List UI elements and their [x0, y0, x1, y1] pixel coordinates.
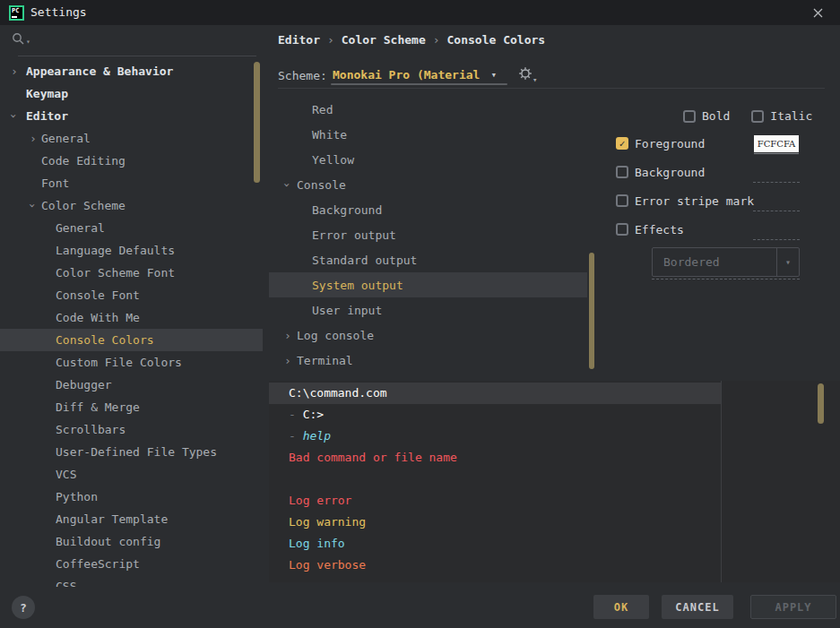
item-label: Error output: [312, 228, 396, 242]
attribute-row-background: Background: [616, 165, 705, 179]
tree-item-buildout-config[interactable]: Buildout config: [0, 530, 263, 553]
right-margin-guide: [721, 381, 722, 582]
console-text-segment: C:\command.com: [289, 386, 387, 400]
tree-item-language-defaults[interactable]: Language Defaults: [0, 239, 263, 262]
item-label: General: [56, 221, 105, 235]
foreground-color-swatch[interactable]: FCFCFA: [754, 135, 799, 152]
console-text-segment: C:>: [303, 408, 324, 421]
breadcrumb-item-color-scheme[interactable]: Color Scheme: [342, 33, 426, 47]
tree-item-general[interactable]: ›General: [0, 127, 263, 150]
chevron-right-icon[interactable]: ›: [30, 132, 41, 145]
apply-button[interactable]: APPLY: [750, 595, 836, 619]
option-item-log-console[interactable]: ›Log console: [269, 323, 587, 348]
item-label: User input: [312, 304, 382, 317]
tree-item-diff-merge[interactable]: Diff & Merge: [0, 396, 263, 418]
tree-item-coffeescript[interactable]: CoffeeScript: [0, 553, 263, 575]
item-label: White: [312, 128, 347, 142]
options-scrollbar[interactable]: [589, 253, 594, 369]
console-scrollbar[interactable]: [818, 383, 824, 424]
scheme-gear-button[interactable]: ▾: [518, 66, 540, 84]
tree-item-user-defined-file-types[interactable]: User-Defined File Types: [0, 441, 263, 463]
error-stripe-mark-color-field-empty[interactable]: [753, 211, 800, 211]
effects-checkbox[interactable]: [616, 223, 628, 236]
breadcrumb-separator: ›: [320, 33, 342, 47]
effects-label: Effects: [635, 223, 684, 237]
console-line: - C:>: [289, 404, 324, 426]
pycharm-logo-icon: PC: [9, 5, 24, 21]
scheme-dropdown[interactable]: Monokai Pro (Material ▾: [333, 68, 497, 82]
tree-item-custom-file-colors[interactable]: Custom File Colors: [0, 351, 263, 374]
tree-item-keymap[interactable]: Keymap: [0, 82, 263, 105]
background-color-field-empty[interactable]: [753, 182, 800, 183]
item-label: General: [41, 132, 91, 145]
search-icon: [12, 32, 25, 46]
option-item-yellow[interactable]: Yellow: [269, 147, 587, 172]
option-item-system-output[interactable]: System output: [269, 272, 587, 297]
search-input[interactable]: [36, 30, 242, 44]
header-separator: [278, 88, 825, 89]
attribute-row-error-stripe-mark: Error stripe mark: [616, 194, 754, 208]
console-line: C:\command.com: [289, 383, 387, 404]
help-button[interactable]: ?: [12, 596, 35, 619]
console-text-segment: -: [289, 408, 303, 421]
tree-item-angular-template[interactable]: Angular Template: [0, 508, 263, 530]
tree-item-console-colors[interactable]: Console Colors: [0, 329, 263, 351]
item-label: Buildout config: [56, 535, 160, 548]
breadcrumb-item-console-colors[interactable]: Console Colors: [447, 33, 546, 47]
breadcrumb-item-editor[interactable]: Editor: [278, 33, 320, 47]
console-preview: C:\command.com- C:>- helpBad command or …: [269, 381, 840, 582]
chevron-down-icon[interactable]: ›: [284, 178, 297, 192]
attribute-row-effects: Effects: [616, 222, 684, 237]
item-label: Color Scheme: [41, 199, 126, 212]
scheme-value: Monokai Pro (Material: [333, 68, 480, 82]
italic-checkbox[interactable]: [751, 110, 764, 123]
chevron-right-icon[interactable]: ›: [284, 329, 297, 342]
window-title: Settings: [30, 5, 87, 19]
effects-type-dropdown[interactable]: Bordered ▾: [652, 247, 800, 277]
search-history-arrow-icon[interactable]: ▾: [26, 38, 30, 46]
chevron-right-icon[interactable]: ›: [11, 65, 26, 78]
fontstyle-row: Bold Italic: [683, 109, 812, 123]
option-item-user-input[interactable]: User input: [269, 297, 587, 323]
tree-item-code-editing[interactable]: Code Editing: [0, 150, 263, 172]
option-item-red[interactable]: Red: [269, 97, 587, 122]
tree-item-debugger[interactable]: Debugger: [0, 374, 263, 396]
console-line: Log info: [289, 533, 345, 555]
option-item-background[interactable]: Background: [269, 197, 587, 222]
chevron-right-icon[interactable]: ›: [284, 354, 297, 367]
error-stripe-mark-checkbox[interactable]: [616, 194, 628, 207]
option-item-terminal[interactable]: ›Terminal: [269, 348, 587, 373]
tree-item-color-scheme[interactable]: ›Color Scheme: [0, 194, 263, 217]
foreground-checkbox[interactable]: ✓: [616, 137, 628, 150]
tree-item-console-font[interactable]: Console Font: [0, 284, 263, 306]
option-item-error-output[interactable]: Error output: [269, 222, 587, 247]
tree-item-appearance-behavior[interactable]: ›Appearance & Behavior: [0, 60, 263, 82]
tree-item-python[interactable]: Python: [0, 486, 263, 508]
chevron-down-icon[interactable]: ›: [30, 199, 41, 212]
sidebar-search-row[interactable]: ▾: [0, 25, 269, 60]
tree-item-css[interactable]: CSS: [0, 575, 263, 587]
tree-item-code-with-me[interactable]: Code With Me: [0, 306, 263, 329]
option-item-white[interactable]: White: [269, 122, 587, 147]
item-label: User-Defined File Types: [56, 445, 217, 459]
bold-checkbox[interactable]: [683, 110, 696, 123]
help-icon: ?: [20, 601, 27, 615]
tree-item-scrollbars[interactable]: Scrollbars: [0, 418, 263, 441]
tree-item-color-scheme-font[interactable]: Color Scheme Font: [0, 262, 263, 284]
chevron-down-icon[interactable]: ›: [11, 109, 26, 123]
sidebar-scrollbar[interactable]: [254, 62, 260, 183]
search-underline: [18, 56, 256, 56]
cancel-button[interactable]: CANCEL: [662, 595, 733, 619]
close-icon[interactable]: [810, 4, 826, 21]
tree-item-vcs[interactable]: VCS: [0, 463, 263, 486]
error-stripe-mark-label: Error stripe mark: [635, 194, 754, 208]
background-checkbox[interactable]: [616, 166, 628, 178]
effects-color-field-empty[interactable]: [753, 239, 800, 240]
console-text-segment: Log info: [289, 537, 345, 550]
ok-button[interactable]: OK: [593, 595, 649, 619]
tree-item-general[interactable]: General: [0, 217, 263, 239]
option-item-standard-output[interactable]: Standard output: [269, 247, 587, 272]
option-item-console[interactable]: ›Console: [269, 172, 587, 197]
tree-item-font[interactable]: Font: [0, 172, 263, 194]
tree-item-editor[interactable]: ›Editor: [0, 105, 263, 127]
